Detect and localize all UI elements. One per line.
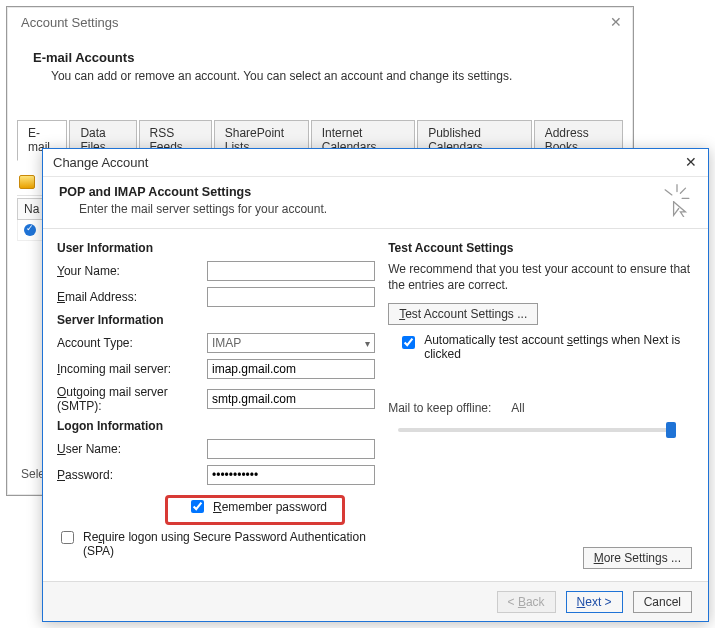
close-icon[interactable]: ✕ xyxy=(607,13,625,31)
spa-checkbox[interactable] xyxy=(61,531,74,544)
spa-label: Require logon using Secure Password Auth… xyxy=(83,530,378,558)
left-column: User Information Your Name: Email Addres… xyxy=(57,235,378,562)
right-column: Test Account Settings We recommend that … xyxy=(388,235,694,562)
chevron-down-icon: ▾ xyxy=(365,338,370,349)
more-settings-button[interactable]: More Settings ... xyxy=(583,547,692,569)
test-account-settings-button[interactable]: Test Account Settings ... xyxy=(388,303,538,325)
section-user-info: User Information xyxy=(57,241,378,255)
default-account-icon xyxy=(24,224,36,236)
user-name-input[interactable] xyxy=(207,439,375,459)
label-email-address: Email Address: xyxy=(57,290,207,304)
auto-test-label: Automatically test account settings when… xyxy=(424,333,694,361)
label-incoming-server: Incoming mail server: xyxy=(57,362,207,376)
label-password: Password: xyxy=(57,468,207,482)
mail-keep-offline-value: All xyxy=(511,401,524,415)
password-input[interactable] xyxy=(207,465,375,485)
dialog-footer: < Back Next > Cancel xyxy=(43,581,708,621)
your-name-input[interactable] xyxy=(207,261,375,281)
mail-keep-offline-label: Mail to keep offline: xyxy=(388,401,491,415)
back-button: < Back xyxy=(497,591,556,613)
label-account-type: Account Type: xyxy=(57,336,207,350)
section-test-settings: Test Account Settings xyxy=(388,241,694,255)
remember-password-checkbox[interactable] xyxy=(191,500,204,513)
email-accounts-heading: E-mail Accounts xyxy=(33,50,613,65)
label-outgoing-server: Outgoing mail server (SMTP): xyxy=(57,385,207,413)
section-logon-info: Logon Information xyxy=(57,419,378,433)
test-settings-description: We recommend that you test your account … xyxy=(388,261,694,293)
incoming-server-input[interactable] xyxy=(207,359,375,379)
email-accounts-subheading: You can add or remove an account. You ca… xyxy=(51,69,613,83)
email-address-input[interactable] xyxy=(207,287,375,307)
close-icon[interactable]: ✕ xyxy=(682,153,700,171)
cursor-sparkle-icon xyxy=(660,183,694,217)
account-type-value: IMAP xyxy=(212,336,241,350)
mail-keep-offline-slider[interactable] xyxy=(398,421,678,439)
window-title: Account Settings xyxy=(7,7,633,36)
auto-test-checkbox[interactable] xyxy=(402,336,415,349)
new-account-icon[interactable] xyxy=(19,175,35,189)
section-server-info: Server Information xyxy=(57,313,378,327)
cancel-button[interactable]: Cancel xyxy=(633,591,692,613)
outgoing-server-input[interactable] xyxy=(207,389,375,409)
dialog-heading: POP and IMAP Account Settings xyxy=(59,185,692,199)
change-account-window: Change Account ✕ POP and IMAP Account Se… xyxy=(42,148,709,622)
account-type-select: IMAP ▾ xyxy=(207,333,375,353)
slider-thumb[interactable] xyxy=(666,422,676,438)
dialog-subheading: Enter the mail server settings for your … xyxy=(79,202,692,216)
dialog-title: Change Account xyxy=(43,149,708,177)
label-your-name: Your Name: xyxy=(57,264,207,278)
label-user-name: User Name: xyxy=(57,442,207,456)
remember-password-label: Remember password xyxy=(213,500,327,514)
next-button[interactable]: Next > xyxy=(566,591,623,613)
